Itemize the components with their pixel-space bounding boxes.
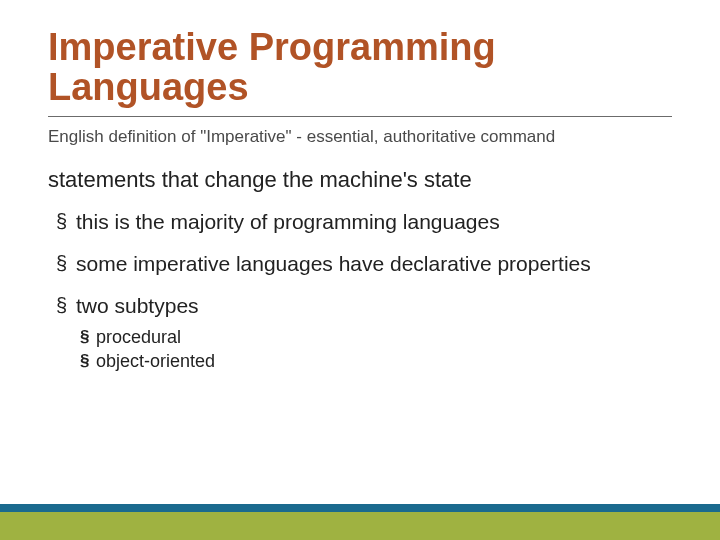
bullet-text: some imperative languages have declarati…: [76, 252, 591, 275]
subtitle: English definition of "Imperative" - ess…: [48, 127, 672, 147]
sub-bullet-text: object-oriented: [96, 351, 215, 371]
lead-text: statements that change the machine's sta…: [48, 167, 672, 193]
sub-list: procedural object-oriented: [76, 326, 672, 373]
bullet-text: two subtypes: [76, 294, 199, 317]
slide: Imperative Programming Languages English…: [0, 0, 720, 540]
list-item: two subtypes procedural object-oriented: [48, 293, 672, 372]
bullet-list: this is the majority of programming lang…: [48, 209, 672, 373]
title-underline: [48, 116, 672, 117]
footer-bar-bottom: [0, 512, 720, 540]
footer-bars: [0, 504, 720, 540]
list-item: procedural: [76, 326, 672, 349]
list-item: this is the majority of programming lang…: [48, 209, 672, 235]
slide-title: Imperative Programming Languages: [48, 28, 672, 114]
sub-bullet-text: procedural: [96, 327, 181, 347]
list-item: some imperative languages have declarati…: [48, 251, 672, 277]
list-item: object-oriented: [76, 350, 672, 373]
bullet-text: this is the majority of programming lang…: [76, 210, 500, 233]
footer-bar-top: [0, 504, 720, 512]
